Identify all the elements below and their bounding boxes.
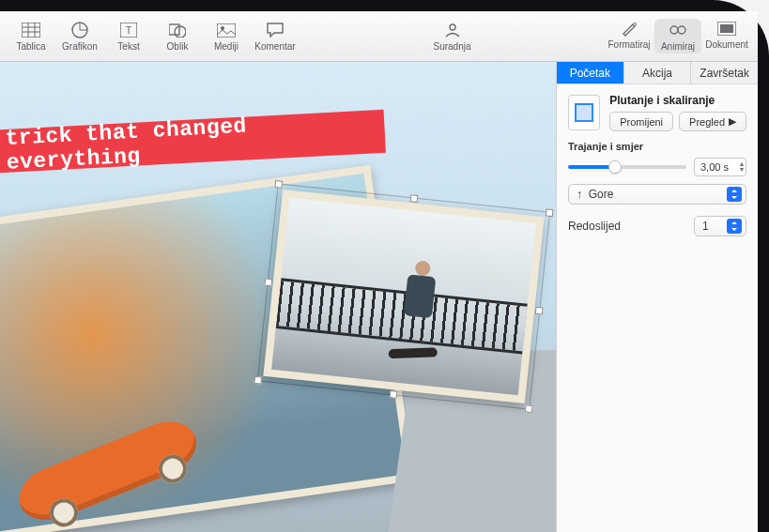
- tab-action[interactable]: Akcija: [624, 62, 692, 84]
- toolbar-label: Suradnja: [433, 41, 470, 52]
- table-icon: [19, 21, 43, 39]
- selection-outline: [257, 183, 551, 409]
- slider-thumb[interactable]: [608, 160, 622, 174]
- play-icon: ▶: [729, 115, 736, 128]
- toolbar-label: Tablica: [16, 41, 45, 52]
- toolbar-chart[interactable]: Grafikon: [56, 21, 103, 52]
- order-popup[interactable]: 1: [694, 216, 746, 236]
- text-icon: T: [116, 21, 141, 39]
- arrow-up-icon: ↑: [577, 188, 582, 201]
- effect-thumbnail: [568, 95, 600, 130]
- chevron-updown-icon: [727, 187, 742, 202]
- resize-handle[interactable]: [546, 208, 554, 217]
- preview-button[interactable]: Pregled ▶: [679, 112, 746, 131]
- effect-name: Plutanje i skaliranje: [609, 94, 746, 107]
- svg-rect-0: [22, 23, 40, 38]
- resize-handle[interactable]: [264, 278, 272, 286]
- toolbar-label: Formatiraj: [608, 39, 650, 50]
- toolbar-text[interactable]: T Tekst: [105, 21, 152, 52]
- shape-icon: [165, 21, 190, 39]
- document-icon: [715, 19, 739, 38]
- direction-popup[interactable]: ↑ Gore: [568, 184, 746, 205]
- toolbar-table[interactable]: Tablica: [8, 21, 54, 52]
- change-effect-button[interactable]: Promijeni: [609, 112, 673, 131]
- toolbar: Tablica Grafikon T Tekst Oblik: [0, 11, 758, 62]
- toolbar-label: Mediji: [214, 41, 238, 52]
- direction-value: Gore: [589, 188, 614, 201]
- resize-handle[interactable]: [274, 180, 283, 189]
- svg-point-12: [450, 24, 455, 30]
- chart-icon: [68, 21, 92, 39]
- duration-slider[interactable]: [568, 165, 686, 169]
- resize-handle[interactable]: [390, 390, 398, 399]
- resize-handle[interactable]: [254, 376, 262, 385]
- stepper-arrows-icon[interactable]: ▴▾: [740, 161, 744, 173]
- svg-point-11: [221, 26, 223, 29]
- slide-title-text: trick that changed everything: [5, 107, 386, 175]
- toolbar-comment[interactable]: Komentar: [252, 21, 299, 52]
- toolbar-format[interactable]: Formatiraj: [606, 19, 653, 53]
- inspector-sidebar: Početak Akcija Završetak Plutanje i skal…: [557, 62, 758, 532]
- order-value: 1: [702, 220, 709, 233]
- tab-build-out[interactable]: Završetak: [691, 62, 758, 84]
- animate-icon: [666, 21, 690, 39]
- toolbar-animate[interactable]: Animiraj: [654, 19, 701, 53]
- resize-handle[interactable]: [410, 194, 419, 203]
- slide-title-band: trick that changed everything: [0, 110, 386, 174]
- skateboard-graphic: [11, 412, 205, 530]
- toolbar-label: Komentar: [254, 41, 295, 52]
- media-icon: [214, 21, 238, 39]
- svg-rect-10: [217, 23, 236, 38]
- toolbar-label: Animiraj: [661, 41, 695, 52]
- format-icon: [617, 19, 641, 38]
- collaborate-icon: [440, 21, 465, 39]
- toolbar-media[interactable]: Mediji: [203, 21, 250, 52]
- toolbar-document[interactable]: Dokument: [703, 19, 750, 53]
- toolbar-label: Oblik: [167, 41, 189, 52]
- tab-build-in[interactable]: Početak: [557, 62, 624, 84]
- svg-text:T: T: [126, 24, 132, 36]
- toolbar-label: Dokument: [705, 39, 748, 50]
- order-label: Redoslijed: [568, 220, 621, 233]
- toolbar-label: Grafikon: [62, 41, 98, 52]
- preview-label: Pregled: [689, 116, 725, 128]
- duration-value: 3,00 s: [700, 161, 729, 173]
- toolbar-shape[interactable]: Oblik: [154, 21, 201, 52]
- photo-frame-selected[interactable]: [263, 190, 544, 403]
- chevron-updown-icon: [727, 219, 742, 234]
- animation-tabs: Početak Akcija Završetak: [557, 62, 758, 84]
- svg-point-9: [175, 26, 186, 38]
- resize-handle[interactable]: [535, 307, 544, 315]
- svg-rect-14: [720, 24, 733, 33]
- toolbar-label: Tekst: [117, 41, 139, 52]
- duration-section-label: Trajanje i smjer: [568, 141, 746, 152]
- resize-handle[interactable]: [525, 404, 533, 413]
- comment-icon: [263, 21, 287, 39]
- slide-canvas[interactable]: trick that changed everything: [0, 62, 557, 532]
- duration-stepper[interactable]: 3,00 s ▴▾: [694, 158, 746, 176]
- toolbar-collaborate[interactable]: Suradnja: [429, 21, 476, 52]
